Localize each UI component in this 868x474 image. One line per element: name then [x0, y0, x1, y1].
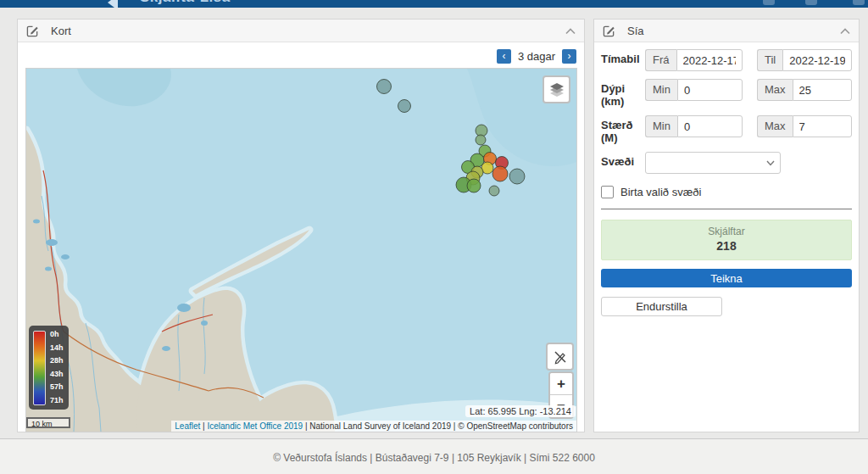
area-select[interactable]: [645, 152, 781, 174]
edit-icon: [26, 25, 39, 37]
legend-label: 57h: [50, 383, 64, 391]
show-selected-area-checkbox[interactable]: [601, 186, 614, 198]
magnitude-min-group: Min: [645, 115, 743, 137]
show-area-row: Birta valið svæði: [601, 186, 852, 198]
map-panel: Kort ‹ 3 dagar ›: [17, 19, 585, 432]
days-control: ‹ 3 dagar ›: [25, 46, 576, 66]
map-canvas: [26, 69, 576, 432]
layers-control-button[interactable]: [542, 75, 570, 103]
depth-min-input[interactable]: [677, 79, 743, 101]
from-prefix: Frá: [645, 49, 676, 71]
filter-panel: Sía Tímabil Frá Til Dýpi(km) Min: [593, 19, 860, 432]
imo-link[interactable]: Icelandic Met Office 2019: [207, 421, 303, 431]
min-prefix: Min: [645, 115, 677, 137]
depth-max-group: Max: [757, 79, 852, 101]
earthquake-marker[interactable]: [377, 80, 392, 94]
back-arrow-icon[interactable]: [108, 0, 118, 8]
attribution-text: | National Land Survey of Iceland 2019 |…: [303, 421, 573, 431]
date-to-input[interactable]: [782, 49, 852, 71]
legend-label: 71h: [50, 397, 64, 404]
zoom-in-button[interactable]: +: [550, 373, 572, 395]
min-prefix: Min: [645, 79, 677, 101]
magnitude-min-input[interactable]: [677, 115, 743, 137]
magnitude-row: Stærð(M) Min Max: [601, 115, 852, 144]
pencil-slash-icon: [553, 349, 568, 365]
draw-disabled-button[interactable]: [546, 343, 574, 371]
footer-text: © Veðurstofa Íslands | Bústaðavegi 7-9 |…: [273, 452, 595, 464]
earthquake-marker[interactable]: [492, 166, 508, 181]
language-icon[interactable]: [805, 0, 817, 5]
draw-button[interactable]: Teikna: [601, 269, 852, 287]
date-from-input[interactable]: [676, 49, 743, 71]
filter-panel-header: Sía: [594, 20, 859, 42]
legend-label: 0h: [50, 331, 64, 338]
page-footer: © Veðurstofa Íslands | Bústaðavegi 7-9 |…: [0, 438, 868, 474]
cursor-coordinates: Lat: 65.995 Lng: -13.214: [465, 405, 576, 417]
layers-icon: [548, 81, 565, 98]
legend-label: 28h: [50, 357, 64, 365]
quake-count-value: 218: [602, 239, 851, 253]
magnitude-label: Stærð(M): [601, 115, 645, 144]
show-selected-area-label: Birta valið svæði: [620, 186, 701, 198]
time-range-label: Tímabil: [601, 49, 645, 65]
depth-min-group: Min: [645, 79, 743, 101]
area-label: Svæði: [601, 152, 645, 168]
age-gradient-bar: [33, 331, 46, 405]
quake-count-box: Skjálftar 218: [601, 220, 852, 260]
earthquake-marker[interactable]: [509, 169, 525, 184]
earthquake-marker[interactable]: [398, 100, 411, 113]
filter-panel-title: Sía: [627, 25, 644, 37]
to-prefix: Til: [757, 49, 782, 71]
app-title: Skjálfta-Lísa: [140, 0, 231, 6]
top-navigation-bar: Skjálfta-Lísa: [0, 0, 868, 8]
max-prefix: Max: [757, 115, 793, 137]
date-to-group: Til: [757, 49, 852, 71]
legend-label: 43h: [50, 371, 64, 378]
days-label: 3 dagar: [518, 50, 555, 63]
magnitude-max-group: Max: [757, 115, 852, 137]
area-row: Svæði: [601, 152, 852, 174]
map-panel-header: Kort: [18, 20, 584, 42]
divider: [601, 209, 852, 209]
quake-count-label: Skjálftar: [602, 226, 851, 237]
collapse-map-chevron-icon[interactable]: [565, 25, 576, 37]
edit-icon: [603, 25, 615, 37]
scale-bar: 10 km: [26, 417, 70, 428]
collapse-filter-chevron-icon[interactable]: [840, 25, 850, 37]
max-prefix: Max: [757, 79, 793, 101]
chevron-down-icon: [766, 160, 775, 166]
date-from-group: Frá: [645, 49, 743, 71]
next-days-button[interactable]: ›: [562, 49, 576, 64]
leaflet-map[interactable]: + − 0h 14h 28h 43h 57h 71h 10 km Lat: 65…: [25, 68, 577, 432]
leaflet-link[interactable]: Leaflet: [175, 421, 200, 431]
earthquake-marker[interactable]: [489, 186, 499, 196]
map-attribution: Leaflet | Icelandic Met Office 2019 | Na…: [171, 421, 576, 432]
time-range-row: Tímabil Frá Til: [601, 49, 852, 71]
user-icon[interactable]: [853, 0, 865, 5]
legend-label: 14h: [50, 344, 64, 352]
depth-max-input[interactable]: [793, 79, 852, 101]
earthquake-marker[interactable]: [467, 179, 481, 192]
age-legend: 0h 14h 28h 43h 57h 71h: [29, 326, 69, 410]
earthquake-marker[interactable]: [476, 135, 486, 145]
depth-row: Dýpi(km) Min Max: [601, 79, 852, 108]
help-icon[interactable]: [763, 0, 775, 5]
reset-button[interactable]: Endurstilla: [601, 297, 722, 316]
map-panel-title: Kort: [51, 25, 71, 37]
depth-label: Dýpi(km): [601, 79, 645, 108]
previous-days-button[interactable]: ‹: [497, 49, 511, 64]
magnitude-max-input[interactable]: [793, 115, 852, 137]
